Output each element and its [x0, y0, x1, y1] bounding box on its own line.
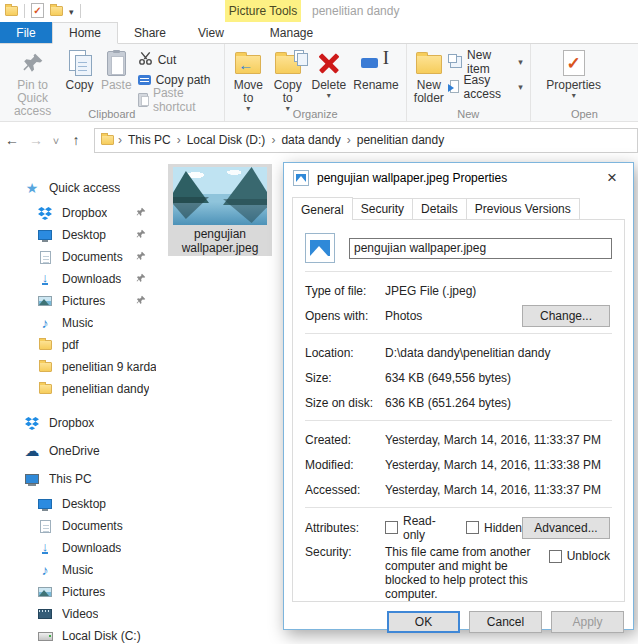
unblock-checkbox-group[interactable]: Unblock	[549, 549, 610, 563]
cancel-button[interactable]: Cancel	[469, 611, 542, 633]
sidebar-item-pictures[interactable]: Pictures	[0, 581, 156, 603]
tab-previous-versions[interactable]: Previous Versions	[467, 198, 580, 219]
sidebar-item-documents[interactable]: Documents	[0, 515, 156, 537]
delete-button[interactable]: Delete	[307, 47, 350, 101]
read-only-checkbox[interactable]	[385, 521, 398, 534]
new-item-icon	[450, 56, 462, 68]
breadcrumb-penelitian-dandy[interactable]: penelitian dandy	[355, 133, 446, 147]
filename-input[interactable]	[349, 238, 612, 259]
copy-button[interactable]: Copy	[61, 47, 98, 94]
folder-icon	[37, 340, 53, 350]
properties-button[interactable]: ✓ Properties	[543, 47, 605, 101]
tab-general[interactable]: General	[292, 197, 353, 220]
read-only-checkbox-group[interactable]: Read-only	[385, 514, 446, 542]
sidebar-item-music2[interactable]: ♪ Music	[0, 559, 156, 581]
new-folder-label: New folder	[414, 79, 444, 105]
properties-icon[interactable]: ✓	[31, 3, 44, 18]
forward-icon[interactable]	[24, 132, 48, 148]
folder-icon[interactable]	[5, 6, 18, 16]
paste-shortcut-button[interactable]: Paste shortcut	[135, 91, 220, 108]
advanced-button[interactable]: Advanced...	[522, 517, 610, 539]
read-only-label: Read-only	[403, 514, 446, 542]
new-item-button[interactable]: New item	[447, 53, 526, 70]
tab-details[interactable]: Details	[413, 198, 467, 219]
window-title: penelitian dandy	[312, 4, 399, 18]
modified-label: Modified:	[305, 458, 385, 472]
copy-path-label: Copy path	[156, 73, 211, 87]
image-file-icon	[293, 170, 309, 186]
disk-icon	[37, 632, 53, 641]
sidebar-item-penelitian-dandy[interactable]: penelitian dandy	[0, 378, 156, 400]
sidebar-item-desktop-pinned[interactable]: Desktop	[0, 224, 156, 246]
music-icon: ♪	[37, 315, 53, 331]
sidebar-item-desktop[interactable]: Desktop	[0, 493, 156, 515]
apply-button[interactable]: Apply	[551, 611, 624, 633]
recent-locations-caret-icon[interactable]	[48, 132, 64, 148]
chevron-icon	[118, 133, 122, 147]
sidebar-item-downloads-pinned[interactable]: ↓ Downloads	[0, 268, 156, 290]
new-folder-icon[interactable]	[50, 6, 63, 16]
sidebar-item-penelitian-9-kardana[interactable]: penelitian 9 kardana	[0, 356, 156, 378]
back-icon[interactable]	[0, 132, 24, 148]
paste-button[interactable]: Paste	[98, 47, 135, 94]
divider	[305, 271, 612, 272]
type-of-file-label: Type of file:	[305, 284, 385, 298]
sidebar-item-dropbox-pinned[interactable]: Dropbox	[0, 202, 156, 224]
copy-to-button[interactable]: Copy to	[268, 47, 307, 114]
move-to-button[interactable]: ← Move to	[229, 47, 268, 114]
tab-home[interactable]: Home	[52, 22, 118, 44]
documents-icon	[37, 251, 53, 264]
pin-icon	[136, 206, 146, 220]
general-tab-panel: Type of file: JPEG File (.jpeg) Opens wi…	[292, 219, 625, 602]
pictures-icon	[37, 296, 53, 306]
chevron-icon	[347, 133, 351, 147]
sidebar-item-quick-access[interactable]: ★ Quick access	[0, 174, 156, 202]
copy-to-label: Copy to	[274, 79, 302, 105]
sidebar-item-pdf[interactable]: pdf	[0, 334, 156, 356]
divider	[305, 420, 612, 421]
tab-share[interactable]: Share	[118, 22, 182, 43]
up-icon[interactable]	[64, 132, 88, 148]
close-icon[interactable]: ×	[600, 168, 624, 188]
file-item-pengujian-wallpaper[interactable]: pengujian wallpaper.jpeg	[168, 164, 272, 256]
breadcrumb-data-dandy[interactable]: data dandy	[279, 133, 342, 147]
group-label-open: Open	[531, 108, 638, 120]
tab-manage[interactable]: Manage	[254, 22, 329, 43]
properties-label: Properties	[546, 79, 601, 92]
sidebar-item-dropbox-root[interactable]: Dropbox	[0, 409, 156, 437]
customize-toolbar-caret-icon[interactable]	[69, 4, 74, 18]
new-folder-button[interactable]: New folder	[411, 47, 447, 107]
ok-button[interactable]: OK	[387, 611, 460, 633]
rename-button[interactable]: Rename	[350, 47, 401, 94]
created-value: Yesterday, March 14, 2016, 11:33:37 PM	[385, 433, 601, 447]
sidebar-item-local-disk-c[interactable]: Local Disk (C:)	[0, 625, 156, 644]
sidebar-item-downloads[interactable]: ↓ Downloads	[0, 537, 156, 559]
cut-button[interactable]: Cut	[135, 51, 220, 68]
dialog-button-row: OK Cancel Apply	[284, 602, 633, 642]
sidebar-item-pictures-pinned[interactable]: Pictures	[0, 290, 156, 312]
tab-security[interactable]: Security	[353, 198, 413, 219]
tab-file[interactable]: File	[0, 22, 52, 43]
dialog-title-bar[interactable]: pengujian wallpaper.jpeg Properties ×	[284, 163, 633, 192]
easy-access-button[interactable]: Easy access	[447, 78, 526, 95]
pin-icon	[136, 250, 146, 264]
size-on-disk-value: 636 KB (651.264 bytes)	[385, 396, 511, 410]
breadcrumb-local-disk-d[interactable]: Local Disk (D:)	[185, 133, 268, 147]
unblock-checkbox[interactable]	[549, 550, 562, 563]
size-on-disk-label: Size on disk:	[305, 396, 385, 410]
created-label: Created:	[305, 433, 385, 447]
sidebar-item-videos[interactable]: Videos	[0, 603, 156, 625]
move-to-label: Move to	[234, 79, 263, 105]
breadcrumb-this-pc[interactable]: This PC	[126, 133, 173, 147]
tab-view[interactable]: View	[182, 22, 240, 43]
sidebar-item-documents-pinned[interactable]: Documents	[0, 246, 156, 268]
sidebar-item-onedrive[interactable]: ☁ OneDrive	[0, 437, 156, 465]
change-button[interactable]: Change...	[522, 305, 610, 327]
sidebar-item-music[interactable]: ♪ Music	[0, 312, 156, 334]
hidden-checkbox[interactable]	[466, 521, 479, 534]
hidden-checkbox-group[interactable]: Hidden	[466, 521, 522, 535]
music-icon: ♪	[37, 562, 53, 578]
address-bar: This PC Local Disk (D:) data dandy penel…	[0, 122, 638, 158]
sidebar-item-this-pc[interactable]: This PC	[0, 465, 156, 493]
breadcrumb[interactable]: This PC Local Disk (D:) data dandy penel…	[94, 128, 638, 153]
